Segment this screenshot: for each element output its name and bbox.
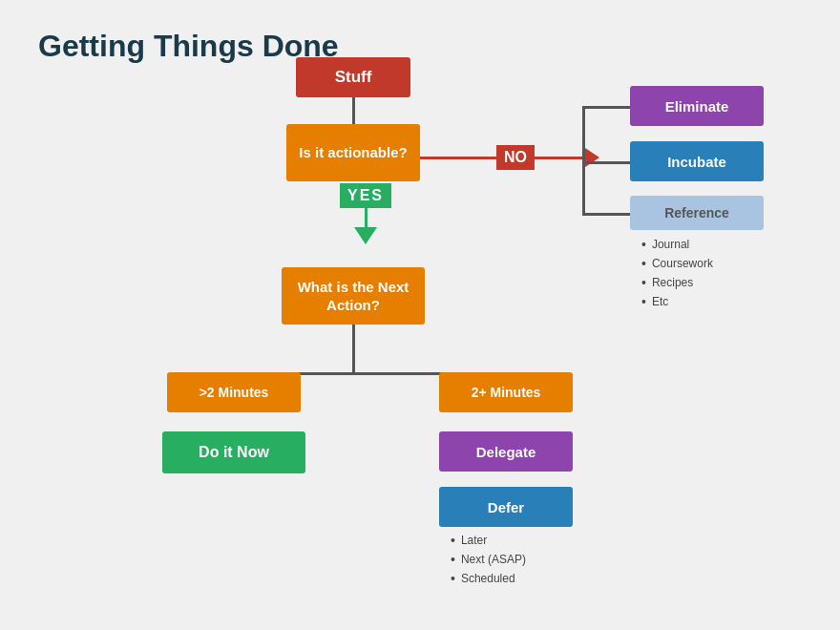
yes-line bbox=[365, 208, 368, 227]
ref-item-4: Etc bbox=[641, 294, 713, 309]
right-vert-connector bbox=[582, 106, 585, 213]
actionable-box: Is it actionable? bbox=[286, 124, 420, 181]
no-label: NO bbox=[496, 145, 535, 170]
ref-item-2: Coursework bbox=[641, 256, 713, 271]
yes-arrow: YES bbox=[340, 183, 391, 244]
no-line2 bbox=[535, 157, 582, 159]
ref-item-1: Journal bbox=[641, 237, 713, 252]
yes-label: YES bbox=[340, 183, 391, 208]
defer-box: Defer bbox=[439, 487, 573, 527]
defer-item-3: Scheduled bbox=[451, 571, 526, 586]
next-action-box: What is the Next Action? bbox=[282, 267, 425, 325]
defer-item-2: Next (ASAP) bbox=[451, 552, 526, 567]
defer-item-1: Later bbox=[451, 533, 526, 548]
defer-list: Later Next (ASAP) Scheduled bbox=[451, 533, 526, 590]
doitnow-box: Do it Now bbox=[162, 431, 305, 473]
page-title: Getting Things Done bbox=[38, 29, 802, 64]
incubate-connector bbox=[582, 161, 630, 164]
eliminate-box: Eliminate bbox=[630, 86, 764, 126]
slide: Getting Things Done Stuff Is it actionab… bbox=[0, 0, 840, 630]
no-line bbox=[420, 157, 496, 159]
ref-connector bbox=[582, 213, 630, 216]
elim-connector bbox=[582, 106, 630, 109]
incubate-box: Incubate bbox=[630, 141, 764, 181]
ref-item-3: Recipes bbox=[641, 275, 713, 290]
stuff-box: Stuff bbox=[296, 57, 410, 97]
gt2-box: >2 Minutes bbox=[167, 372, 301, 412]
no-arrow: NO bbox=[420, 145, 599, 170]
yes-arrowhead bbox=[354, 227, 377, 244]
connector-nextaction-branch bbox=[352, 325, 355, 372]
delegate-box: Delegate bbox=[439, 431, 573, 472]
plus2-box: 2+ Minutes bbox=[439, 372, 573, 412]
connector-stuff-actionable bbox=[352, 97, 355, 126]
reference-list: Journal Coursework Recipes Etc bbox=[641, 237, 713, 313]
reference-box: Reference bbox=[630, 196, 764, 230]
